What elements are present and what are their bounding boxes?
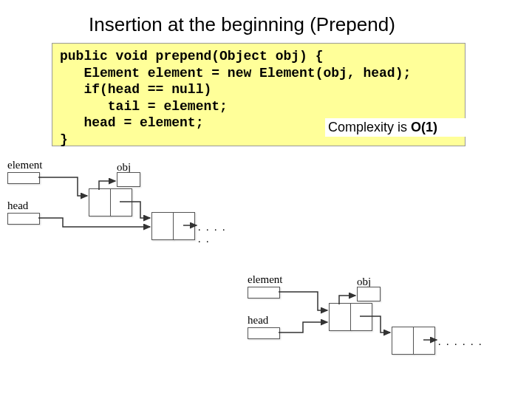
new-node	[89, 188, 132, 216]
ellipsis-dots-2: . . . . . .	[438, 336, 483, 348]
new-node-2	[329, 303, 372, 331]
complexity-value: O(1)	[411, 120, 437, 134]
obj-box-2	[357, 287, 381, 301]
element-ref-box	[7, 172, 40, 184]
label-head-2: head	[248, 314, 268, 327]
label-element: element	[7, 159, 42, 171]
obj-box	[117, 172, 140, 187]
slide-title: Insertion at the beginning (Prepend)	[89, 13, 395, 36]
head-ref-box	[7, 213, 40, 225]
first-node-2	[392, 327, 435, 355]
label-element-2: element	[248, 273, 282, 286]
label-head: head	[7, 200, 28, 212]
diagram-prepend-after: element head obj . . . . . .	[248, 273, 484, 384]
complexity-prefix: Complexity is	[328, 120, 407, 134]
complexity-note: Complexity is O(1)	[325, 118, 479, 137]
ellipsis-dots: . . . . . .	[198, 222, 229, 245]
first-node	[151, 212, 195, 240]
element-ref-box-2	[248, 287, 280, 299]
head-ref-box-2	[248, 327, 280, 339]
diagram-prepend-before: element head obj . . . . . .	[7, 159, 229, 262]
